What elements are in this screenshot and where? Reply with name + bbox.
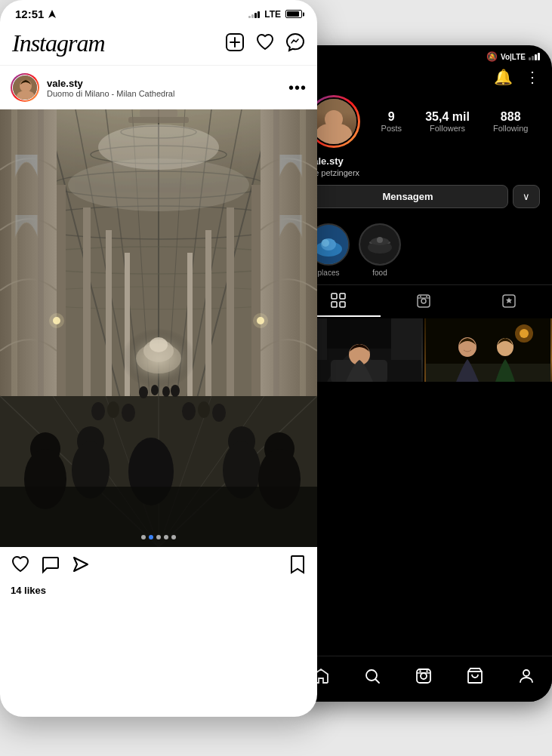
instagram-logo: Instagram bbox=[12, 29, 105, 57]
svg-rect-10 bbox=[340, 293, 345, 299]
svg-rect-29 bbox=[426, 364, 550, 382]
status-time-group: 12:51 bbox=[15, 8, 57, 20]
navigation-icon bbox=[47, 9, 57, 20]
nav-profile-icon[interactable] bbox=[510, 662, 543, 690]
highlight-food-circle bbox=[359, 223, 401, 266]
dark-header-icons: 🔔 ⋮ bbox=[295, 65, 552, 89]
battery-icon bbox=[285, 10, 302, 18]
stat-followers: 35,4 mil Followers bbox=[425, 110, 470, 133]
notifications-heart-icon[interactable] bbox=[255, 32, 275, 55]
svg-point-16 bbox=[420, 296, 421, 297]
carousel-dots bbox=[141, 535, 176, 539]
highlight-food-label: food bbox=[372, 269, 387, 277]
grid-cell-2[interactable] bbox=[424, 318, 552, 382]
followers-count: 35,4 mil bbox=[425, 110, 470, 124]
svg-point-3 bbox=[322, 239, 329, 247]
nav-search-icon[interactable] bbox=[356, 662, 389, 690]
add-post-icon[interactable] bbox=[225, 32, 245, 55]
svg-point-8 bbox=[377, 237, 383, 243]
post-actions bbox=[0, 547, 317, 583]
dot-1 bbox=[141, 535, 146, 539]
post-header: vale.sty Duomo di Milano - Milan Cathedr… bbox=[0, 66, 317, 109]
svg-point-116 bbox=[49, 313, 64, 328]
notification-icon[interactable]: 🔔 bbox=[494, 68, 513, 86]
message-button[interactable]: Mensagem bbox=[307, 185, 508, 208]
svg-rect-11 bbox=[332, 302, 337, 307]
dropdown-button[interactable]: ∨ bbox=[513, 185, 540, 208]
dot-5 bbox=[171, 535, 176, 539]
highlight-food[interactable]: food bbox=[359, 223, 401, 277]
svg-rect-24 bbox=[391, 318, 421, 360]
svg-point-28 bbox=[520, 329, 529, 338]
posts-count: 9 bbox=[381, 110, 402, 124]
profile-stats-row: 9 Posts 35,4 mil Followers 888 Following bbox=[369, 110, 540, 133]
profile-section: 9 Posts 35,4 mil Followers 888 Following… bbox=[295, 89, 552, 223]
lte-label: LTE bbox=[264, 9, 281, 20]
post-location: Duomo di Milano - Milan Cathedral bbox=[47, 89, 174, 98]
svg-point-17 bbox=[426, 296, 427, 297]
light-status-bar: 12:51 LTE bbox=[0, 0, 317, 25]
battery-fill bbox=[287, 11, 299, 17]
posts-label: Posts bbox=[381, 124, 402, 133]
svg-point-97 bbox=[198, 401, 210, 418]
svg-point-64 bbox=[68, 158, 249, 211]
post-user-avatar[interactable] bbox=[11, 73, 39, 102]
photo-grid bbox=[295, 318, 552, 382]
svg-rect-13 bbox=[418, 295, 430, 307]
comment-button[interactable] bbox=[41, 555, 60, 579]
signal-label: Vo|LTE bbox=[501, 53, 526, 61]
vol-off-icon: 🔕 bbox=[486, 51, 498, 62]
profile-bio: a e petzingerx bbox=[307, 168, 540, 177]
profile-avatar-row: 9 Posts 35,4 mil Followers 888 Following bbox=[307, 95, 540, 148]
stat-following: 888 Following bbox=[493, 110, 528, 133]
svg-rect-9 bbox=[332, 293, 337, 299]
svg-rect-69 bbox=[38, 109, 44, 411]
svg-rect-12 bbox=[340, 302, 345, 307]
tab-reels[interactable] bbox=[381, 285, 466, 317]
stat-posts: 9 Posts bbox=[381, 110, 402, 133]
header-icons-group bbox=[225, 32, 305, 55]
dark-signal-icon bbox=[529, 53, 540, 60]
svg-point-14 bbox=[421, 299, 426, 303]
messenger-icon[interactable] bbox=[285, 32, 305, 55]
svg-point-114 bbox=[150, 337, 168, 352]
nav-reels-icon[interactable] bbox=[407, 662, 440, 690]
post-image-wrapper bbox=[0, 109, 317, 547]
dot-2-active bbox=[149, 535, 153, 539]
svg-line-33 bbox=[376, 680, 380, 684]
followers-label: Followers bbox=[425, 124, 470, 133]
highlight-places-label: places bbox=[318, 269, 340, 277]
svg-rect-34 bbox=[417, 669, 430, 683]
svg-point-92 bbox=[171, 385, 180, 397]
post-likes-count: 14 likes bbox=[0, 583, 317, 602]
like-button[interactable] bbox=[11, 555, 30, 579]
svg-point-98 bbox=[212, 404, 226, 422]
share-button[interactable] bbox=[71, 555, 91, 579]
nav-shop-icon[interactable] bbox=[458, 662, 492, 690]
save-button[interactable] bbox=[288, 555, 307, 579]
avatar-person-image bbox=[311, 99, 356, 144]
more-options-icon[interactable]: ⋮ bbox=[525, 68, 540, 86]
profile-username: vale.sty bbox=[307, 155, 540, 167]
post-image bbox=[0, 109, 317, 547]
post-avatar-inner bbox=[12, 75, 38, 100]
dark-profile-card: 🔕 Vo|LTE 🔔 ⋮ 9 Posts bbox=[295, 45, 552, 702]
following-count: 888 bbox=[493, 110, 528, 124]
instagram-header: Instagram bbox=[0, 25, 317, 66]
signal-strength-icon bbox=[248, 10, 260, 18]
svg-rect-65 bbox=[140, 109, 177, 117]
post-username[interactable]: vale.sty bbox=[47, 78, 174, 89]
svg-point-94 bbox=[107, 401, 119, 418]
dot-4 bbox=[164, 535, 168, 539]
post-actions-left bbox=[11, 555, 91, 579]
post-user-details: vale.sty Duomo di Milano - Milan Cathedr… bbox=[47, 78, 174, 98]
svg-point-37 bbox=[419, 670, 421, 671]
light-feed-card: 12:51 LTE Instagram bbox=[0, 0, 317, 717]
tab-tagged[interactable] bbox=[467, 285, 552, 317]
svg-rect-71 bbox=[273, 109, 279, 411]
post-more-options[interactable]: ••• bbox=[288, 79, 307, 97]
svg-point-93 bbox=[91, 402, 105, 420]
highlights-row: places food bbox=[295, 223, 552, 284]
grid-tabs bbox=[295, 284, 552, 317]
post-user-info: vale.sty Duomo di Milano - Milan Cathedr… bbox=[11, 73, 174, 102]
